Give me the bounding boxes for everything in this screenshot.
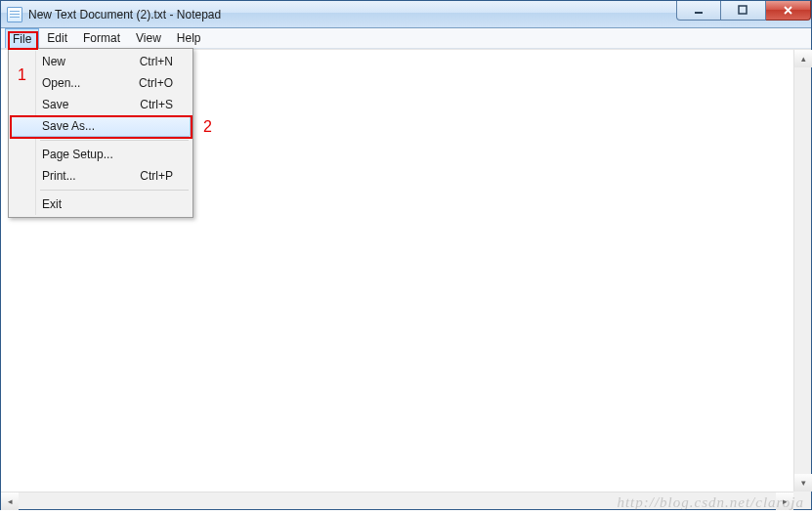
maximize-button[interactable] bbox=[721, 1, 766, 21]
scroll-right-button[interactable]: ▸ bbox=[776, 493, 793, 510]
svg-rect-1 bbox=[739, 6, 747, 14]
menu-edit[interactable]: Edit bbox=[39, 28, 75, 48]
close-button[interactable] bbox=[766, 1, 811, 21]
menu-item-save-as[interactable]: Save As... bbox=[11, 115, 191, 137]
scroll-corner bbox=[793, 492, 811, 509]
menu-item-label: Page Setup... bbox=[42, 148, 113, 161]
menu-item-label: Open... bbox=[42, 76, 80, 90]
notepad-icon bbox=[7, 7, 22, 22]
menu-item-shortcut: Ctrl+P bbox=[140, 169, 173, 183]
menu-format[interactable]: Format bbox=[75, 28, 128, 48]
minimize-icon bbox=[694, 5, 705, 16]
menu-item-label: Print... bbox=[42, 169, 76, 183]
menu-item-new[interactable]: New Ctrl+N bbox=[11, 51, 191, 72]
menu-item-label: New bbox=[42, 55, 65, 68]
hscroll-track[interactable] bbox=[19, 493, 776, 509]
menu-item-page-setup[interactable]: Page Setup... bbox=[11, 144, 191, 165]
file-menu-dropdown: New Ctrl+N Open... Ctrl+O Save Ctrl+S Sa… bbox=[8, 48, 193, 218]
menu-item-label: Save As... bbox=[42, 119, 95, 133]
menu-item-shortcut: Ctrl+O bbox=[139, 76, 173, 90]
title-left: New Text Document (2).txt - Notepad bbox=[7, 7, 221, 22]
horizontal-scrollbar[interactable]: ◂ ▸ bbox=[1, 492, 793, 509]
menu-item-shortcut: Ctrl+S bbox=[140, 98, 173, 111]
menu-item-label: Save bbox=[42, 98, 68, 111]
vscroll-track[interactable] bbox=[794, 67, 811, 474]
scroll-up-button[interactable]: ▴ bbox=[794, 50, 812, 67]
menu-help[interactable]: Help bbox=[169, 28, 209, 48]
menu-item-save[interactable]: Save Ctrl+S bbox=[11, 94, 191, 115]
menu-item-print[interactable]: Print... Ctrl+P bbox=[11, 165, 191, 187]
maximize-icon bbox=[738, 5, 748, 16]
close-icon bbox=[783, 5, 793, 16]
scroll-down-button[interactable]: ▾ bbox=[794, 474, 812, 492]
window-title: New Text Document (2).txt - Notepad bbox=[28, 8, 221, 21]
menu-item-label: Exit bbox=[42, 197, 62, 211]
titlebar[interactable]: New Text Document (2).txt - Notepad bbox=[1, 1, 811, 28]
menu-item-open[interactable]: Open... Ctrl+O bbox=[11, 72, 191, 94]
svg-rect-0 bbox=[695, 12, 703, 14]
scroll-left-button[interactable]: ◂ bbox=[1, 493, 19, 510]
menu-separator bbox=[40, 140, 189, 141]
menu-view[interactable]: View bbox=[128, 28, 169, 48]
menu-item-exit[interactable]: Exit bbox=[11, 193, 191, 215]
menu-item-shortcut: Ctrl+N bbox=[140, 55, 173, 68]
menu-file[interactable]: File bbox=[5, 28, 39, 48]
menubar: File Edit Format View Help bbox=[1, 28, 811, 49]
vertical-scrollbar[interactable]: ▴ ▾ bbox=[793, 50, 811, 492]
window-controls bbox=[676, 1, 811, 27]
menu-separator bbox=[40, 190, 189, 191]
minimize-button[interactable] bbox=[676, 1, 721, 21]
